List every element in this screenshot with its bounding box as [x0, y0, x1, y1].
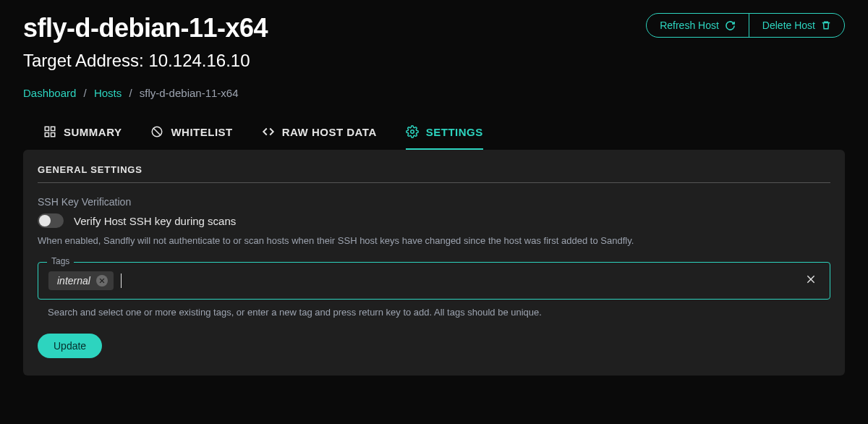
tab-settings[interactable]: SETTINGS — [406, 125, 483, 150]
close-icon — [805, 274, 817, 285]
tab-whitelist[interactable]: WHITELIST — [150, 125, 232, 150]
gear-icon — [406, 125, 419, 138]
summary-icon — [43, 125, 56, 138]
svg-rect-0 — [45, 127, 48, 130]
breadcrumb-hosts[interactable]: Hosts — [94, 87, 122, 99]
tag-chip-label: internal — [57, 275, 90, 287]
tag-chip: internal — [48, 271, 114, 290]
refresh-icon — [725, 20, 736, 31]
breadcrumb-separator: / — [129, 87, 132, 99]
tab-settings-label: SETTINGS — [426, 126, 483, 138]
breadcrumb-dashboard[interactable]: Dashboard — [23, 87, 76, 99]
tags-input[interactable] — [129, 273, 795, 289]
breadcrumb: Dashboard / Hosts / sfly-d-debian-11-x64 — [23, 87, 845, 99]
breadcrumb-current: sfly-d-debian-11-x64 — [140, 87, 239, 99]
text-cursor — [121, 274, 122, 288]
tags-field[interactable]: Tags internal — [38, 262, 830, 300]
tags-legend: Tags — [47, 256, 74, 266]
tabs: SUMMARY WHITELIST RAW HOST DATA SETTINGS — [23, 125, 845, 150]
tab-summary-label: SUMMARY — [64, 126, 122, 138]
target-address: Target Address: 10.124.16.10 — [23, 51, 268, 71]
clear-tags-button[interactable] — [802, 274, 820, 289]
tab-summary[interactable]: SUMMARY — [43, 125, 122, 150]
tags-helper: Search and select one or more existing t… — [38, 307, 830, 318]
tab-raw-host-data[interactable]: RAW HOST DATA — [262, 125, 377, 150]
ssh-verify-helper: When enabled, Sandfly will not authentic… — [38, 235, 830, 246]
code-icon — [262, 125, 275, 138]
header-actions: Refresh Host Delete Host — [646, 13, 845, 38]
svg-rect-1 — [51, 127, 55, 130]
svg-point-6 — [410, 130, 414, 134]
tab-whitelist-label: WHITELIST — [171, 126, 232, 138]
tab-raw-label: RAW HOST DATA — [282, 126, 377, 138]
ssh-verify-toggle-label: Verify Host SSH key during scans — [74, 215, 236, 227]
page-title: sfly-d-debian-11-x64 — [23, 13, 268, 43]
delete-host-label: Delete Host — [762, 20, 815, 31]
breadcrumb-separator: / — [84, 87, 87, 99]
refresh-host-label: Refresh Host — [660, 20, 719, 31]
delete-host-button[interactable]: Delete Host — [749, 14, 844, 37]
ssh-verification-label: SSH Key Verification — [38, 196, 830, 208]
svg-rect-2 — [45, 133, 48, 137]
close-icon — [98, 277, 106, 284]
trash-icon — [821, 20, 831, 30]
refresh-host-button[interactable]: Refresh Host — [647, 14, 749, 37]
toggle-knob — [39, 215, 51, 226]
settings-panel: GENERAL SETTINGS SSH Key Verification Ve… — [23, 150, 845, 376]
svg-line-5 — [153, 128, 161, 136]
update-button[interactable]: Update — [38, 334, 102, 358]
block-icon — [150, 125, 163, 138]
ssh-verify-toggle[interactable] — [38, 213, 64, 228]
tag-remove-button[interactable] — [96, 275, 108, 287]
general-settings-heading: GENERAL SETTINGS — [38, 164, 830, 183]
svg-rect-3 — [51, 133, 55, 137]
